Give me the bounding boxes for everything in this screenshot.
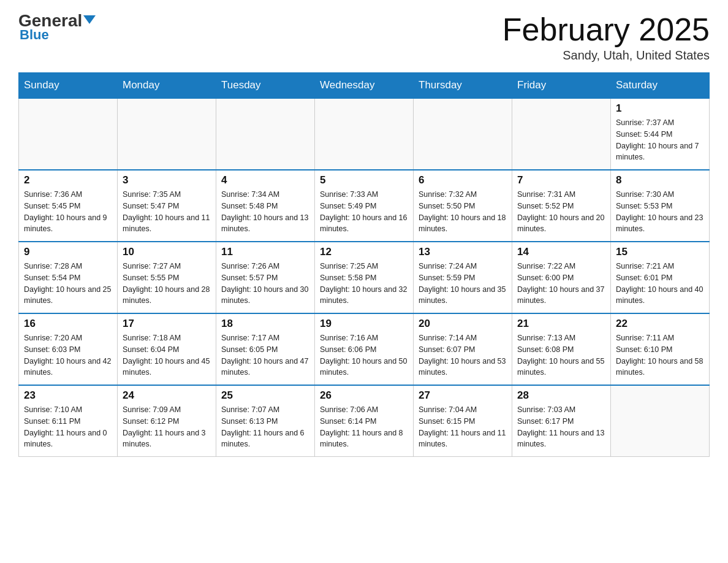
day-info: Sunrise: 7:21 AMSunset: 6:01 PMDaylight:…: [616, 261, 704, 307]
calendar-cell: 3Sunrise: 7:35 AMSunset: 5:47 PMDaylight…: [118, 170, 216, 242]
calendar-header-saturday: Saturday: [611, 73, 710, 99]
day-info: Sunrise: 7:32 AMSunset: 5:50 PMDaylight:…: [419, 189, 507, 235]
calendar-cell: 27Sunrise: 7:04 AMSunset: 6:15 PMDayligh…: [414, 385, 512, 457]
day-number: 22: [616, 318, 704, 330]
day-number: 20: [419, 318, 507, 330]
calendar-header-friday: Friday: [512, 73, 611, 99]
day-info: Sunrise: 7:22 AMSunset: 6:00 PMDaylight:…: [517, 261, 605, 307]
day-info: Sunrise: 7:27 AMSunset: 5:55 PMDaylight:…: [123, 261, 211, 307]
day-number: 19: [320, 318, 408, 330]
day-info: Sunrise: 7:36 AMSunset: 5:45 PMDaylight:…: [24, 189, 112, 235]
calendar-header-sunday: Sunday: [19, 73, 118, 99]
calendar-cell: [512, 98, 611, 170]
day-number: 6: [419, 174, 507, 186]
month-title: February 2025: [502, 12, 710, 47]
day-info: Sunrise: 7:11 AMSunset: 6:10 PMDaylight:…: [616, 332, 704, 378]
title-section: February 2025 Sandy, Utah, United States: [502, 12, 710, 63]
calendar-week-row: 9Sunrise: 7:28 AMSunset: 5:54 PMDaylight…: [19, 242, 710, 313]
day-info: Sunrise: 7:06 AMSunset: 6:14 PMDaylight:…: [320, 404, 408, 450]
calendar-cell: [19, 98, 118, 170]
calendar-cell: 11Sunrise: 7:26 AMSunset: 5:57 PMDayligh…: [216, 242, 315, 313]
day-info: Sunrise: 7:04 AMSunset: 6:15 PMDaylight:…: [419, 404, 507, 450]
day-number: 2: [24, 174, 112, 186]
calendar-cell: 22Sunrise: 7:11 AMSunset: 6:10 PMDayligh…: [611, 313, 710, 385]
day-number: 28: [517, 389, 605, 402]
calendar-header-wednesday: Wednesday: [315, 73, 414, 99]
calendar-cell: 17Sunrise: 7:18 AMSunset: 6:04 PMDayligh…: [118, 313, 216, 385]
calendar-cell: [611, 385, 710, 457]
logo-triangle-icon: [83, 15, 96, 24]
day-info: Sunrise: 7:10 AMSunset: 6:11 PMDaylight:…: [24, 404, 112, 450]
day-info: Sunrise: 7:33 AMSunset: 5:49 PMDaylight:…: [320, 189, 408, 235]
calendar-week-row: 23Sunrise: 7:10 AMSunset: 6:11 PMDayligh…: [19, 385, 710, 457]
calendar-cell: 1Sunrise: 7:37 AMSunset: 5:44 PMDaylight…: [611, 98, 710, 170]
calendar-header-monday: Monday: [118, 73, 216, 99]
calendar-cell: 18Sunrise: 7:17 AMSunset: 6:05 PMDayligh…: [216, 313, 315, 385]
day-info: Sunrise: 7:34 AMSunset: 5:48 PMDaylight:…: [221, 189, 309, 235]
day-info: Sunrise: 7:37 AMSunset: 5:44 PMDaylight:…: [616, 117, 704, 163]
calendar-cell: 6Sunrise: 7:32 AMSunset: 5:50 PMDaylight…: [414, 170, 512, 242]
page-header: General Blue February 2025 Sandy, Utah, …: [18, 12, 710, 63]
day-info: Sunrise: 7:03 AMSunset: 6:17 PMDaylight:…: [517, 404, 605, 450]
calendar-cell: 23Sunrise: 7:10 AMSunset: 6:11 PMDayligh…: [19, 385, 118, 457]
logo: General Blue: [18, 12, 96, 43]
day-number: 24: [123, 389, 211, 402]
day-info: Sunrise: 7:25 AMSunset: 5:58 PMDaylight:…: [320, 261, 408, 307]
calendar-cell: 12Sunrise: 7:25 AMSunset: 5:58 PMDayligh…: [315, 242, 414, 313]
day-number: 16: [24, 318, 112, 330]
day-number: 13: [419, 246, 507, 258]
calendar-cell: 7Sunrise: 7:31 AMSunset: 5:52 PMDaylight…: [512, 170, 611, 242]
calendar-week-row: 2Sunrise: 7:36 AMSunset: 5:45 PMDaylight…: [19, 170, 710, 242]
calendar-week-row: 1Sunrise: 7:37 AMSunset: 5:44 PMDaylight…: [19, 98, 710, 170]
day-info: Sunrise: 7:14 AMSunset: 6:07 PMDaylight:…: [419, 332, 507, 378]
day-info: Sunrise: 7:28 AMSunset: 5:54 PMDaylight:…: [24, 261, 112, 307]
calendar-cell: [118, 98, 216, 170]
day-number: 25: [221, 389, 309, 402]
day-info: Sunrise: 7:26 AMSunset: 5:57 PMDaylight:…: [221, 261, 309, 307]
day-number: 14: [517, 246, 605, 258]
day-number: 17: [123, 318, 211, 330]
calendar-cell: 2Sunrise: 7:36 AMSunset: 5:45 PMDaylight…: [19, 170, 118, 242]
calendar-cell: 15Sunrise: 7:21 AMSunset: 6:01 PMDayligh…: [611, 242, 710, 313]
day-number: 18: [221, 318, 309, 330]
day-number: 7: [517, 174, 605, 186]
day-number: 27: [419, 389, 507, 402]
day-number: 9: [24, 246, 112, 258]
day-info: Sunrise: 7:20 AMSunset: 6:03 PMDaylight:…: [24, 332, 112, 378]
calendar-cell: 24Sunrise: 7:09 AMSunset: 6:12 PMDayligh…: [118, 385, 216, 457]
day-info: Sunrise: 7:24 AMSunset: 5:59 PMDaylight:…: [419, 261, 507, 307]
day-number: 4: [221, 174, 309, 186]
calendar-cell: [414, 98, 512, 170]
day-info: Sunrise: 7:18 AMSunset: 6:04 PMDaylight:…: [123, 332, 211, 378]
day-info: Sunrise: 7:09 AMSunset: 6:12 PMDaylight:…: [123, 404, 211, 450]
calendar-header-row: SundayMondayTuesdayWednesdayThursdayFrid…: [19, 73, 710, 99]
calendar-cell: [216, 98, 315, 170]
day-number: 3: [123, 174, 211, 186]
day-number: 23: [24, 389, 112, 402]
day-number: 8: [616, 174, 704, 186]
day-number: 26: [320, 389, 408, 402]
day-number: 15: [616, 246, 704, 258]
calendar-header-thursday: Thursday: [414, 73, 512, 99]
calendar-cell: 10Sunrise: 7:27 AMSunset: 5:55 PMDayligh…: [118, 242, 216, 313]
day-number: 11: [221, 246, 309, 258]
calendar-cell: 14Sunrise: 7:22 AMSunset: 6:00 PMDayligh…: [512, 242, 611, 313]
calendar-cell: 26Sunrise: 7:06 AMSunset: 6:14 PMDayligh…: [315, 385, 414, 457]
day-number: 10: [123, 246, 211, 258]
day-info: Sunrise: 7:35 AMSunset: 5:47 PMDaylight:…: [123, 189, 211, 235]
location: Sandy, Utah, United States: [502, 48, 710, 63]
day-number: 21: [517, 318, 605, 330]
day-number: 1: [616, 102, 704, 115]
calendar-cell: 9Sunrise: 7:28 AMSunset: 5:54 PMDaylight…: [19, 242, 118, 313]
day-info: Sunrise: 7:13 AMSunset: 6:08 PMDaylight:…: [517, 332, 605, 378]
calendar-cell: 21Sunrise: 7:13 AMSunset: 6:08 PMDayligh…: [512, 313, 611, 385]
calendar-cell: 16Sunrise: 7:20 AMSunset: 6:03 PMDayligh…: [19, 313, 118, 385]
day-number: 12: [320, 246, 408, 258]
day-info: Sunrise: 7:16 AMSunset: 6:06 PMDaylight:…: [320, 332, 408, 378]
calendar-header-tuesday: Tuesday: [216, 73, 315, 99]
logo-blue-text: Blue: [18, 27, 49, 43]
calendar-cell: 5Sunrise: 7:33 AMSunset: 5:49 PMDaylight…: [315, 170, 414, 242]
day-number: 5: [320, 174, 408, 186]
day-info: Sunrise: 7:17 AMSunset: 6:05 PMDaylight:…: [221, 332, 309, 378]
calendar-cell: 8Sunrise: 7:30 AMSunset: 5:53 PMDaylight…: [611, 170, 710, 242]
